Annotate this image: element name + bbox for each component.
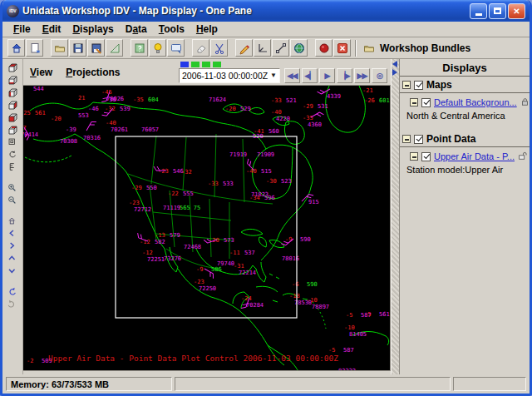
- svg-text:72251: 72251: [147, 256, 165, 263]
- split-pane-divider[interactable]: [391, 59, 400, 374]
- svg-text:72214: 72214: [239, 270, 256, 276]
- zoom-in-icon[interactable]: [5, 182, 20, 195]
- svg-text:-36: -36: [106, 97, 116, 103]
- collapse-button[interactable]: [402, 135, 411, 143]
- time-step-4[interactable]: [213, 62, 221, 67]
- svg-text:-34: -34: [249, 195, 260, 201]
- edit-icon[interactable]: [235, 39, 253, 57]
- svg-text:-18: -18: [289, 293, 300, 299]
- open-file-icon[interactable]: [51, 39, 68, 57]
- zoom-out-icon[interactable]: [5, 195, 20, 207]
- rewind-button[interactable]: ◀◀: [284, 68, 300, 83]
- redo-icon[interactable]: [5, 299, 20, 311]
- pan-down-icon[interactable]: [5, 265, 20, 278]
- map-canvas[interactable]: -4570026-32539-40702617605721-36-4655370…: [23, 86, 390, 370]
- collapse-left-icon[interactable]: [392, 61, 397, 67]
- menu-projections[interactable]: Projections: [66, 65, 126, 80]
- unlock-icon[interactable]: [518, 151, 529, 162]
- collapse-button[interactable]: [410, 98, 418, 106]
- delete-icon[interactable]: [333, 39, 351, 57]
- memory-text: Memory: 63/73/533 MB: [11, 379, 109, 389]
- svg-text:-9: -9: [196, 266, 203, 273]
- new-bundle-icon[interactable]: [26, 39, 43, 57]
- drawing-tool-icon[interactable]: [106, 39, 123, 57]
- menu-edit[interactable]: Edit: [37, 22, 67, 36]
- transect-icon[interactable]: [272, 39, 289, 57]
- svg-text:-5: -5: [328, 347, 335, 354]
- projections-globe-icon[interactable]: [290, 39, 308, 57]
- svg-text:-29: -29: [131, 185, 142, 191]
- svg-text:529: 529: [240, 106, 251, 112]
- station-plot: 544: [33, 86, 44, 92]
- home-view-icon[interactable]: [5, 215, 20, 228]
- pan-left-icon[interactable]: [5, 228, 20, 240]
- view-south-icon[interactable]: [5, 111, 20, 124]
- lock-icon[interactable]: [520, 97, 530, 108]
- play-button[interactable]: ▶: [319, 68, 335, 83]
- collapse-right-icon[interactable]: [392, 69, 397, 76]
- menu-view[interactable]: View: [30, 65, 59, 80]
- workshop-bundles-menu[interactable]: Workshop Bundles: [362, 42, 470, 55]
- support-form-icon[interactable]: [167, 39, 185, 57]
- svg-text:573: 573: [224, 237, 234, 244]
- vertical-scale-icon[interactable]: [5, 161, 20, 174]
- time-dropdown[interactable]: 2006-11-03 00:00:00Z ▼: [179, 68, 280, 83]
- time-step-3[interactable]: [202, 62, 210, 67]
- svg-text:-22: -22: [168, 191, 179, 197]
- maximize-button[interactable]: [489, 3, 506, 19]
- home-icon[interactable]: [7, 39, 25, 57]
- pan-right-icon[interactable]: [5, 240, 20, 253]
- map-background: [23, 86, 390, 370]
- save-icon[interactable]: [69, 39, 86, 57]
- station-plot: 71909: [257, 151, 274, 158]
- loop-properties-button[interactable]: ◎: [372, 68, 387, 83]
- svg-text:533: 533: [223, 181, 234, 187]
- collapse-button[interactable]: [402, 81, 411, 89]
- view-east-icon[interactable]: [5, 99, 20, 111]
- svg-text:-20: -20: [51, 116, 62, 122]
- svg-text:-24: -24: [241, 295, 252, 302]
- group-label: Point Data: [426, 133, 475, 145]
- remove-displays-icon[interactable]: [192, 39, 209, 57]
- undo-icon[interactable]: [5, 286, 20, 299]
- view-top-icon[interactable]: [5, 62, 20, 74]
- display-item-link[interactable]: Default Backgroun...: [434, 97, 517, 107]
- range-bearing-icon[interactable]: [254, 39, 271, 57]
- pan-up-icon[interactable]: [5, 253, 20, 265]
- rotate-view-icon[interactable]: [5, 149, 20, 161]
- step-back-button[interactable]: ◀▏: [302, 68, 318, 83]
- collapse-button[interactable]: [410, 152, 418, 161]
- time-step-1[interactable]: [180, 62, 189, 67]
- menu-file[interactable]: File: [7, 22, 37, 36]
- capture-movie-icon[interactable]: [315, 39, 332, 57]
- item-checkbox[interactable]: [421, 98, 431, 107]
- view-west-icon[interactable]: [5, 87, 20, 99]
- menu-help[interactable]: Help: [190, 22, 224, 36]
- time-step-2[interactable]: [191, 62, 200, 67]
- perspective-view-icon[interactable]: [5, 136, 20, 149]
- minimize-button[interactable]: [470, 3, 487, 19]
- menu-displays[interactable]: Displays: [66, 22, 119, 36]
- menu-tools[interactable]: Tools: [153, 22, 190, 36]
- tips-icon[interactable]: [149, 39, 166, 57]
- view-bottom-icon[interactable]: [5, 74, 20, 87]
- display-item-link[interactable]: Upper Air Data - P...: [434, 151, 515, 161]
- svg-text:561: 561: [35, 110, 46, 116]
- group-checkbox[interactable]: [414, 81, 423, 90]
- item-checkbox[interactable]: [421, 152, 431, 161]
- view-menu-bar: ViewProjections 2006-11-03 00:00:00Z ▼ ◀…: [23, 59, 391, 85]
- group-checkbox[interactable]: [414, 135, 423, 144]
- fast-forward-button[interactable]: ▶▶: [354, 68, 370, 83]
- step-forward-button[interactable]: ▕▶: [337, 68, 352, 83]
- svg-text:-39: -39: [66, 126, 76, 133]
- save-as-icon[interactable]: [87, 39, 105, 57]
- title-bar[interactable]: IDV Unidata Workshop IDV - Map Display -…: [2, 0, 530, 22]
- close-button[interactable]: ✕: [508, 3, 525, 19]
- status-bar: Memory: 63/73/533 MB: [2, 374, 530, 394]
- svg-text:-20: -20: [225, 106, 236, 112]
- svg-text:555: 555: [183, 191, 194, 197]
- view-north-icon[interactable]: [5, 124, 20, 136]
- cut-icon[interactable]: [210, 39, 228, 57]
- field-selector-icon[interactable]: [131, 39, 148, 57]
- menu-data[interactable]: Data: [120, 22, 153, 36]
